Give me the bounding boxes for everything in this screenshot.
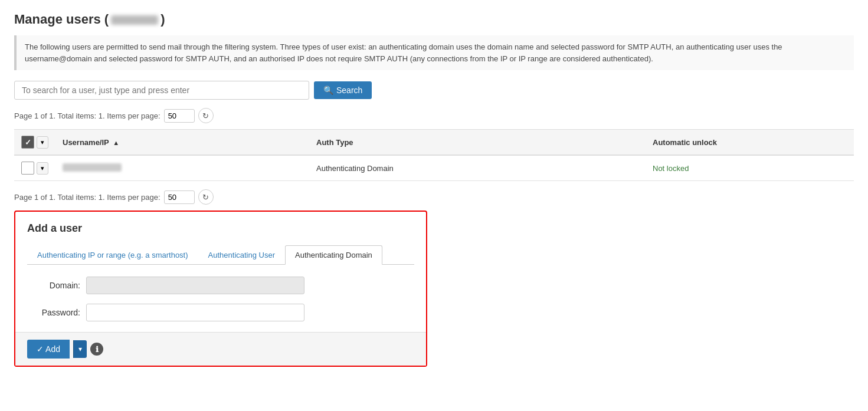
- col-auth-type: Auth Type: [309, 130, 646, 156]
- domain-input[interactable]: [86, 277, 304, 294]
- password-field-row: Password:: [27, 304, 414, 321]
- col-check: ✓ ▾: [14, 130, 55, 156]
- domain-field-row: Domain:: [27, 277, 414, 294]
- add-user-tabs: Authenticating IP or range (e.g. a smart…: [27, 245, 414, 265]
- table-row: ▾ Authenticating Domain Not locked: [14, 155, 854, 181]
- search-icon: 🔍: [323, 86, 333, 95]
- row-check-cell: ▾: [14, 155, 55, 181]
- col-auto-unlock: Automatic unlock: [646, 130, 854, 156]
- search-row: 🔍 Search: [14, 81, 854, 100]
- password-input[interactable]: [86, 304, 304, 321]
- add-dropdown-button[interactable]: ▾: [73, 340, 87, 358]
- add-user-footer: ✓ Add ▾ ℹ: [15, 332, 426, 366]
- select-all-checkbox[interactable]: ✓: [21, 136, 34, 149]
- row-checkbox[interactable]: [21, 162, 34, 175]
- pagination-bottom: Page 1 of 1. Total items: 1. Items per p…: [14, 189, 854, 205]
- row-auth-type: Authenticating Domain: [309, 155, 646, 181]
- search-button[interactable]: 🔍 Search: [314, 81, 372, 99]
- per-page-input-bottom[interactable]: [164, 190, 195, 204]
- info-text: The following users are permitted to sen…: [14, 35, 854, 70]
- refresh-button-bottom[interactable]: ↻: [198, 189, 214, 205]
- add-user-section: Add a user Authenticating IP or range (e…: [14, 211, 427, 367]
- password-label: Password:: [27, 308, 80, 317]
- page-title: Manage users (): [14, 12, 854, 27]
- search-input[interactable]: [14, 81, 309, 100]
- info-icon: ℹ: [90, 343, 103, 356]
- add-user-title: Add a user: [27, 222, 414, 235]
- users-table: ✓ ▾ Username/IP ▲ Auth Type Automatic un…: [14, 129, 854, 181]
- sort-arrow-username: ▲: [113, 139, 119, 146]
- tab-authenticating-user[interactable]: Authenticating User: [198, 245, 285, 264]
- col-username[interactable]: Username/IP ▲: [55, 130, 309, 156]
- row-username: [55, 155, 309, 181]
- username-blurred: [63, 163, 122, 172]
- per-page-input-top[interactable]: [164, 109, 195, 123]
- bulk-action-dropdown[interactable]: ▾: [37, 136, 48, 149]
- refresh-button-top[interactable]: ↻: [198, 108, 214, 123]
- domain-label: Domain:: [27, 281, 80, 290]
- add-button[interactable]: ✓ Add: [27, 340, 70, 359]
- row-auto-unlock: Not locked: [646, 155, 854, 181]
- tab-authenticating-domain[interactable]: Authenticating Domain: [285, 245, 382, 265]
- pagination-top: Page 1 of 1. Total items: 1. Items per p…: [14, 108, 854, 123]
- row-action-dropdown[interactable]: ▾: [37, 162, 48, 175]
- tab-authenticating-ip[interactable]: Authenticating IP or range (e.g. a smart…: [27, 245, 198, 264]
